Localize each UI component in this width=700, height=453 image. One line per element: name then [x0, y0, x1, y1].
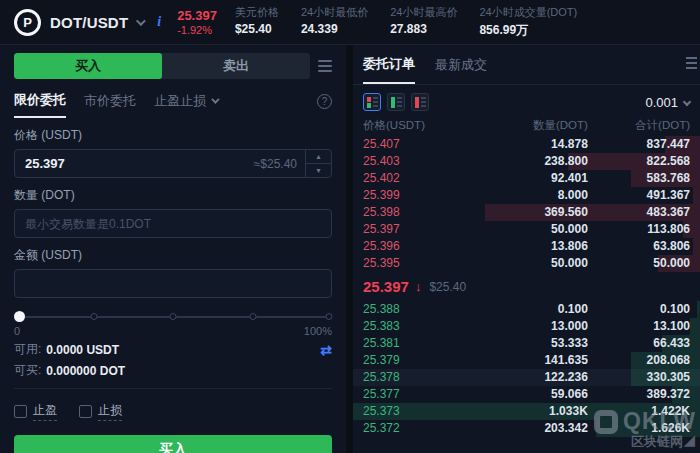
amount-field-label: 数量 (DOT)	[14, 187, 332, 204]
amount-slider[interactable]	[14, 311, 332, 322]
tab-order-book[interactable]: 委托订单	[363, 55, 415, 84]
pair-title[interactable]: DOT/USDT	[50, 14, 128, 31]
view-asks-only-icon[interactable]	[411, 93, 429, 111]
can-buy-label: 可买:	[14, 362, 41, 379]
orderbook-ask-row[interactable]: 25.403238.800822.568	[353, 153, 700, 170]
tab-latest-trades[interactable]: 最新成交	[435, 56, 487, 83]
tab-market-order[interactable]: 市价委托	[84, 92, 136, 117]
tab-limit-order[interactable]: 限价委托	[14, 91, 66, 118]
cell-price: 25.397	[363, 223, 470, 236]
order-book-columns: 价格(USDT) 数量(DOT) 合计(DOT)	[353, 111, 700, 136]
orderbook-bid-row[interactable]: 25.379141.635208.068	[353, 352, 700, 369]
tp-sl-chevron-down-icon	[211, 95, 219, 103]
orderbook-ask-row[interactable]: 25.39613.80663.806	[353, 238, 700, 255]
cell-total: 113.806	[588, 223, 690, 236]
orderbook-ask-row[interactable]: 25.3998.000491.367	[353, 187, 700, 204]
order-book-panel: 委托订单 最新成交 0.001	[353, 45, 700, 453]
cell-total: 1.422K	[588, 405, 690, 418]
cell-price: 25.407	[363, 138, 470, 151]
cell-price: 25.381	[363, 337, 470, 350]
cell-amount: 13.000	[470, 320, 588, 333]
order-book-toolbar: 0.001	[353, 85, 700, 111]
orderbook-bid-row[interactable]: 25.37759.066389.372	[353, 386, 700, 403]
slider-min-label: 0	[14, 325, 20, 337]
cell-price: 25.377	[363, 388, 470, 401]
take-profit-checkbox[interactable]: 止盈	[14, 402, 57, 421]
cell-price: 25.402	[363, 172, 470, 185]
amount-input[interactable]	[15, 210, 331, 237]
main-content: 买入 卖出 限价委托 市价委托 止盈止损 ? 价格 (USDT) ≈$25.40	[0, 45, 700, 453]
col-amount: 数量(DOT)	[470, 118, 588, 133]
stat-value: $25.40	[235, 22, 279, 36]
pair-chevron-down-icon[interactable]	[136, 16, 146, 26]
orderbook-bid-row[interactable]: 25.372203.3421.626K	[353, 420, 700, 437]
stat-value: 24.339	[301, 22, 368, 36]
slider-knob[interactable]	[14, 311, 25, 322]
take-profit-box-icon[interactable]	[14, 405, 27, 418]
slider-tick-100[interactable]	[325, 313, 332, 320]
top-header: P DOT/USDT i 25.397 -1.92% 美元价格$25.4024小…	[0, 0, 700, 45]
header-stat: 24小时最低价24.339	[301, 5, 368, 39]
orderbook-ask-row[interactable]: 25.39550.00050.000	[353, 255, 700, 272]
total-input[interactable]	[15, 270, 331, 297]
slider-max-label: 100%	[304, 325, 332, 337]
cell-amount: 50.000	[470, 257, 588, 270]
stat-label: 24小时最低价	[301, 5, 368, 20]
cell-amount: 8.000	[470, 189, 588, 202]
header-stat: 24小时成交量(DOT)856.99万	[479, 5, 577, 39]
form-divider	[14, 388, 332, 389]
current-price-row[interactable]: 25.397 ↓ $25.40	[353, 272, 700, 301]
stop-loss-checkbox[interactable]: 止损	[79, 402, 122, 421]
orderbook-ask-row[interactable]: 25.398369.560483.367	[353, 204, 700, 221]
tab-tp-sl-order[interactable]: 止盈止损	[154, 92, 217, 117]
slider-tick-50[interactable]	[170, 313, 177, 320]
price-input[interactable]	[15, 150, 254, 177]
order-book-menu-icon[interactable]	[686, 57, 697, 69]
orderbook-ask-row[interactable]: 25.40292.401583.768	[353, 170, 700, 187]
sell-tab[interactable]: 卖出	[162, 53, 310, 79]
transfer-swap-icon[interactable]: ⇄	[320, 343, 332, 357]
cell-total: 13.100	[588, 320, 690, 333]
stop-loss-box-icon[interactable]	[79, 405, 92, 418]
slider-tick-25[interactable]	[90, 313, 97, 320]
price-step-up-icon[interactable]: ▴	[306, 150, 331, 164]
view-bids-only-icon[interactable]	[387, 93, 405, 111]
orderbook-bid-row[interactable]: 25.38153.33366.433	[353, 335, 700, 352]
order-type-tabs: 限价委托 市价委托 止盈止损 ?	[14, 91, 332, 118]
cell-total: 66.433	[588, 337, 690, 350]
cell-amount: 0.100	[470, 303, 588, 316]
orderbook-bid-row[interactable]: 25.378122.236330.305	[353, 369, 700, 386]
cell-total: 389.372	[588, 388, 690, 401]
price-stepper: ▴ ▾	[305, 150, 331, 177]
dot-coin-logo-icon: P	[14, 9, 41, 36]
cell-price: 25.383	[363, 320, 470, 333]
orderbook-bid-row[interactable]: 25.3731.033K1.422K	[353, 403, 700, 420]
stat-value: 27.883	[390, 22, 457, 36]
amount-input-wrap	[14, 209, 332, 238]
orderbook-ask-row[interactable]: 25.39750.000113.806	[353, 221, 700, 238]
cell-total: 583.768	[588, 172, 690, 185]
buy-tab[interactable]: 买入	[14, 53, 162, 79]
cell-total: 208.068	[588, 354, 690, 367]
precision-dropdown[interactable]: 0.001	[645, 95, 690, 110]
cell-price: 25.403	[363, 155, 470, 168]
orderbook-ask-row[interactable]: 25.40714.878837.447	[353, 136, 700, 153]
help-question-icon[interactable]: ?	[317, 94, 332, 109]
available-value: 0.0000 USDT	[46, 343, 119, 357]
price-step-down-icon[interactable]: ▾	[306, 164, 331, 177]
bids-list: 25.3880.1000.10025.38313.00013.10025.381…	[353, 301, 700, 437]
cell-price: 25.373	[363, 405, 470, 418]
slider-tick-75[interactable]	[249, 313, 256, 320]
cell-price: 25.372	[363, 422, 470, 435]
trade-panel-menu-icon[interactable]	[318, 60, 332, 72]
cell-amount: 14.878	[470, 138, 588, 151]
cell-amount: 59.066	[470, 388, 588, 401]
view-both-sides-icon[interactable]	[363, 93, 381, 111]
cell-total: 491.367	[588, 189, 690, 202]
header-stat: 24小时最高价27.883	[390, 5, 457, 39]
trading-app: P DOT/USDT i 25.397 -1.92% 美元价格$25.4024小…	[0, 0, 700, 453]
buy-submit-button[interactable]: 买入	[14, 435, 332, 453]
orderbook-bid-row[interactable]: 25.38313.00013.100	[353, 318, 700, 335]
info-icon[interactable]: i	[157, 14, 161, 30]
orderbook-bid-row[interactable]: 25.3880.1000.100	[353, 301, 700, 318]
